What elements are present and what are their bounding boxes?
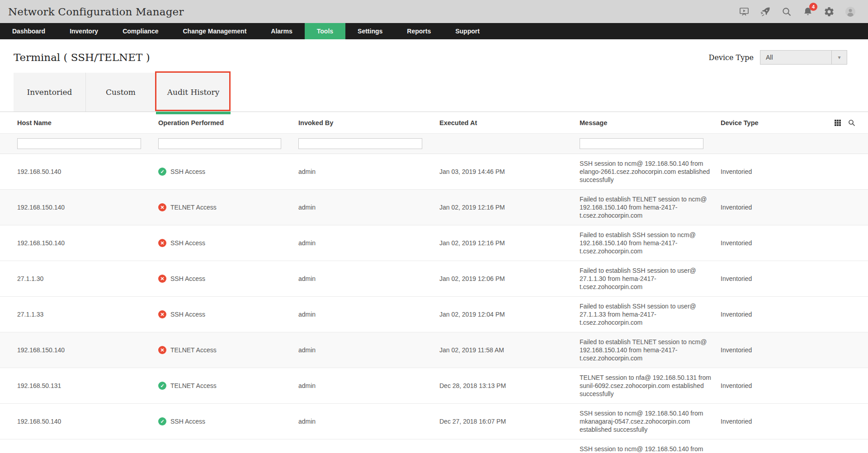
- device-type-cell: Inventoried: [721, 203, 811, 211]
- column-header-invoked-by[interactable]: Invoked By: [298, 119, 439, 126]
- operation-cell: ✓SSH Access: [158, 168, 298, 176]
- device-type-cell: Inventoried: [721, 275, 811, 283]
- executed-at-cell: Jan 03, 2019 14:46 PM: [439, 168, 580, 176]
- invoked-by-cell: admin: [298, 310, 439, 318]
- operation-label: SSH Access: [170, 275, 205, 283]
- table-row[interactable]: 27.1.1.30✕SSH AccessadminJan 02, 2019 12…: [0, 261, 868, 296]
- tabs-wrap: InventoriedCustomAudit History: [14, 73, 868, 112]
- page-head: Terminal ( SSH/TELNET ) Device Type All …: [0, 39, 868, 65]
- executed-at-cell: Jan 02, 2019 12:16 PM: [439, 239, 580, 247]
- nav-item-settings[interactable]: Settings: [345, 23, 395, 39]
- nav-item-reports[interactable]: Reports: [395, 23, 443, 39]
- filter-operation-input[interactable]: [158, 138, 281, 149]
- nav-item-dashboard[interactable]: Dashboard: [0, 23, 57, 39]
- presentation-icon[interactable]: [738, 6, 750, 18]
- invoked-by-cell: admin: [298, 417, 439, 425]
- nav-item-compliance[interactable]: Compliance: [110, 23, 170, 39]
- device-type-select[interactable]: All ▾: [760, 50, 847, 65]
- device-type-control: Device Type All ▾: [709, 50, 847, 65]
- tab-audit-history[interactable]: Audit History: [156, 73, 231, 112]
- main-nav: DashboardInventoryComplianceChange Manag…: [0, 23, 868, 39]
- filter-host-input[interactable]: [17, 138, 141, 149]
- invoked-by-cell: admin: [298, 239, 439, 247]
- host-cell: 192.168.150.140: [17, 346, 158, 354]
- table-header-row: Host NameOperation PerformedInvoked ByEx…: [17, 119, 868, 126]
- message-cell: Failed to establish TELNET session to nc…: [580, 338, 721, 362]
- table-search-icon[interactable]: [848, 119, 855, 126]
- device-type-cell: Inventoried: [721, 417, 811, 425]
- message-cell: SSH session to ncm@ 192.168.50.140 from …: [580, 159, 721, 184]
- operation-label: SSH Access: [170, 239, 205, 247]
- notification-badge: 4: [809, 3, 817, 11]
- message-cell: TELNET session to nfa@ 192.168.50.131 fr…: [580, 374, 721, 398]
- nav-item-change-management[interactable]: Change Management: [171, 23, 259, 39]
- filter-row: [0, 133, 868, 154]
- nav-item-tools[interactable]: Tools: [305, 23, 345, 39]
- device-type-cell: Inventoried: [721, 168, 811, 176]
- gear-icon[interactable]: [823, 6, 835, 18]
- operation-cell: ✕TELNET Access: [158, 203, 298, 211]
- table-row[interactable]: 192.168.50.140✓SSH AccessadminDec 27, 20…: [0, 439, 868, 453]
- tab-inventoried[interactable]: Inventoried: [14, 73, 86, 112]
- column-chooser-grid-icon[interactable]: [834, 119, 841, 126]
- app-title: Network Configuration Manager: [8, 6, 184, 18]
- nav-item-alarms[interactable]: Alarms: [259, 23, 304, 39]
- host-cell: 27.1.1.33: [17, 310, 158, 318]
- audit-history-table: Host NameOperation PerformedInvoked ByEx…: [0, 112, 868, 453]
- table-row[interactable]: 192.168.50.131✓TELNET AccessadminDec 28,…: [0, 368, 868, 403]
- operation-label: SSH Access: [170, 168, 205, 176]
- bell-icon[interactable]: 4: [802, 6, 814, 18]
- executed-at-cell: Jan 02, 2019 12:06 PM: [439, 275, 580, 283]
- success-icon: ✓: [158, 382, 166, 390]
- table-row[interactable]: 27.1.1.33✕SSH AccessadminJan 02, 2019 12…: [0, 296, 868, 332]
- table-row[interactable]: 192.168.50.140✓SSH AccessadminJan 03, 20…: [0, 154, 868, 189]
- nav-item-support[interactable]: Support: [443, 23, 492, 39]
- column-header-device-type[interactable]: Device Type: [721, 119, 811, 126]
- table-row[interactable]: 192.168.150.140✕TELNET AccessadminJan 02…: [0, 189, 868, 225]
- table-row[interactable]: 192.168.150.140✕SSH AccessadminJan 02, 2…: [0, 225, 868, 261]
- table-head-icons: [834, 112, 855, 133]
- rocket-icon[interactable]: [760, 6, 771, 18]
- operation-label: TELNET Access: [170, 203, 217, 211]
- user-avatar[interactable]: [844, 6, 856, 18]
- operation-cell: ✕SSH Access: [158, 275, 298, 283]
- table-row[interactable]: 192.168.50.140✓SSH AccessadminDec 27, 20…: [0, 403, 868, 439]
- operation-cell: ✕TELNET Access: [158, 346, 298, 354]
- invoked-by-cell: admin: [298, 346, 439, 354]
- executed-at-cell: Dec 28, 2018 13:13 PM: [439, 382, 580, 390]
- operation-cell: ✓SSH Access: [158, 417, 298, 425]
- operation-label: TELNET Access: [170, 382, 217, 390]
- filter-invoked-by-input[interactable]: [298, 138, 422, 149]
- invoked-by-cell: admin: [298, 382, 439, 390]
- message-cell: Failed to establish TELNET session to nc…: [580, 195, 721, 219]
- message-cell: Failed to establish SSH session to ncm@ …: [580, 231, 721, 255]
- column-header-executed-at[interactable]: Executed At: [439, 119, 580, 126]
- invoked-by-cell: admin: [298, 203, 439, 211]
- device-type-cell: Inventoried: [721, 239, 811, 247]
- chevron-down-icon: ▾: [831, 51, 847, 64]
- search-icon[interactable]: [781, 6, 793, 18]
- host-cell: 192.168.50.131: [17, 382, 158, 390]
- operation-label: TELNET Access: [170, 346, 217, 354]
- operation-cell: ✓TELNET Access: [158, 382, 298, 390]
- column-header-message[interactable]: Message: [580, 119, 721, 126]
- page-title: Terminal ( SSH/TELNET ): [14, 51, 150, 63]
- device-type-cell: Inventoried: [721, 382, 811, 390]
- tab-bar: InventoriedCustomAudit History: [14, 73, 868, 112]
- tab-custom[interactable]: Custom: [86, 73, 156, 112]
- filter-message-input[interactable]: [580, 138, 703, 149]
- table-row[interactable]: 192.168.150.140✕TELNET AccessadminJan 02…: [0, 332, 868, 368]
- error-icon: ✕: [158, 310, 166, 318]
- success-icon: ✓: [158, 417, 166, 425]
- host-cell: 192.168.50.140: [17, 168, 158, 176]
- nav-item-inventory[interactable]: Inventory: [57, 23, 110, 39]
- table-body: 192.168.50.140✓SSH AccessadminJan 03, 20…: [0, 154, 868, 453]
- message-cell: Failed to establish SSH session to user@…: [580, 266, 721, 291]
- error-icon: ✕: [158, 239, 166, 247]
- executed-at-cell: Jan 02, 2019 12:04 PM: [439, 310, 580, 318]
- column-header-host-name[interactable]: Host Name: [17, 119, 158, 126]
- device-type-value: All: [760, 54, 831, 61]
- column-header-operation-performed[interactable]: Operation Performed: [158, 119, 298, 126]
- host-cell: 192.168.50.140: [17, 417, 158, 425]
- operation-label: SSH Access: [170, 417, 205, 425]
